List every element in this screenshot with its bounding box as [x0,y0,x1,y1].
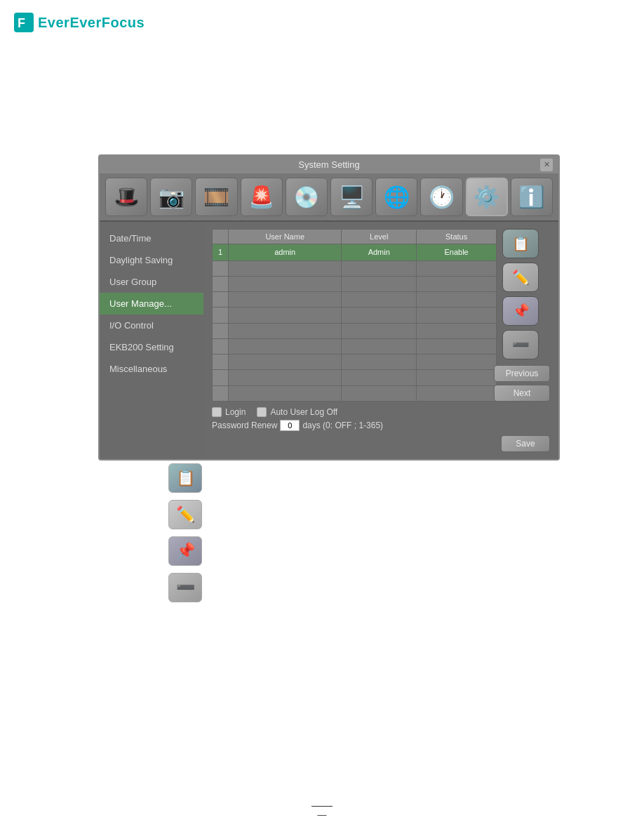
table-row[interactable] [213,292,497,307]
previous-button[interactable]: Previous [494,365,550,382]
everfocus-logo-icon: F [14,13,34,32]
toolbar-video[interactable]: 🎞️ [195,178,237,216]
save-button[interactable]: Save [501,435,550,452]
brand-name-focus: EverFocus [69,15,145,30]
row-username-1: admin [229,244,342,261]
sidebar-item-daylight[interactable]: Daylight Saving [100,249,203,271]
table-row[interactable] [213,276,497,291]
float-paste-icon: 📌 [168,536,202,566]
floating-icons-section: 📋 ✏️ 📌 ➖ [168,463,202,602]
nav-buttons: Previous Next [502,365,550,402]
action-buttons: 📋 ✏️ 📌 ➖ [502,229,544,359]
col-username: User Name [229,230,342,244]
table-row[interactable] [213,323,497,338]
brand-name: EverEverFocus [38,15,145,31]
password-row: Password Renew days (0: OFF ; 1-365) [212,420,550,431]
autologoff-label: Auto User Log Off [270,407,337,417]
toolbar-network[interactable]: 🌐 [375,178,417,216]
toolbar-settings[interactable]: ⚙️ [466,178,508,216]
brand-name-ever: Ever [38,15,69,30]
sidebar-item-ekb200[interactable]: EKB200 Setting [100,336,203,358]
login-checkbox-item[interactable]: Login [212,407,246,417]
password-renew-label: Password Renew [212,421,277,430]
paste-button[interactable]: 📌 [502,296,539,326]
window-body: Date/Time Daylight Saving User Group Use… [100,222,558,459]
window-title: System Setting [298,159,359,170]
col-status: Status [417,230,497,244]
toolbar-monitor[interactable]: 🖥️ [330,178,373,216]
sidebar-item-usergroup[interactable]: User Group [100,271,203,293]
title-bar: System Setting ✕ [100,156,558,173]
toolbar-hdd[interactable]: 💿 [286,178,328,216]
table-row[interactable] [213,370,497,385]
toolbar-clock[interactable]: 🕐 [420,178,462,216]
sidebar-item-misc[interactable]: Miscellaneous [100,358,203,380]
next-button[interactable]: Next [494,385,550,402]
float-edit-icon: ✏️ [168,500,202,529]
sidebar: Date/Time Daylight Saving User Group Use… [100,222,203,459]
toolbar-alarm[interactable]: 🚨 [241,178,283,216]
toolbar-wizard[interactable]: 🎩 [105,178,147,216]
user-table-container: User Name Level Status 1 admin Admin Ena… [212,229,550,402]
copy-button[interactable]: 📋 [502,229,539,258]
toolbar-info[interactable]: ℹ️ [511,178,553,216]
table-row[interactable] [213,385,497,401]
row-status-1: Enable [417,244,497,261]
save-row: Save [212,435,550,452]
table-row[interactable] [213,355,497,370]
row-num-2 [213,260,229,276]
bottom-controls: Login Auto User Log Off Password Renew d… [212,407,550,431]
page-number: — [311,806,333,820]
login-checkbox[interactable] [212,407,222,417]
table-row[interactable] [213,307,497,323]
icon-toolbar: 🎩 📷 🎞️ 🚨 💿 🖥️ 🌐 🕐 ⚙️ ℹ️ [100,173,558,222]
float-delete-icon: ➖ [168,573,202,602]
table-row[interactable] [213,260,497,276]
col-level: Level [342,230,417,244]
delete-button[interactable]: ➖ [502,330,539,359]
col-num [213,230,229,244]
password-renew-input[interactable] [280,420,300,431]
close-button[interactable]: ✕ [540,159,553,171]
content-area: User Name Level Status 1 admin Admin Ena… [203,222,558,459]
logo-area: F EverEverFocus [0,0,644,39]
float-copy-icon: 📋 [168,463,202,493]
row-num-1: 1 [213,244,229,261]
sidebar-item-iocontrol[interactable]: I/O Control [100,315,203,336]
table-row[interactable] [213,338,497,354]
edit-button[interactable]: ✏️ [502,263,539,292]
sidebar-item-datetime[interactable]: Date/Time [100,227,203,249]
svg-text:F: F [18,16,25,30]
row-level-1: Admin [342,244,417,261]
toolbar-camera[interactable]: 📷 [150,178,192,216]
login-label: Login [225,407,246,417]
checkbox-row: Login Auto User Log Off [212,407,550,417]
autologoff-checkbox-item[interactable]: Auto User Log Off [257,407,337,417]
user-table: User Name Level Status 1 admin Admin Ena… [212,229,497,402]
system-setting-window: System Setting ✕ 🎩 📷 🎞️ 🚨 💿 🖥️ 🌐 🕐 ⚙️ ℹ️… [98,154,560,461]
days-label: days (0: OFF ; 1-365) [302,421,383,430]
sidebar-item-usermanage[interactable]: User Manage... [100,293,203,315]
table-row[interactable]: 1 admin Admin Enable [213,244,497,261]
autologoff-checkbox[interactable] [257,407,267,417]
